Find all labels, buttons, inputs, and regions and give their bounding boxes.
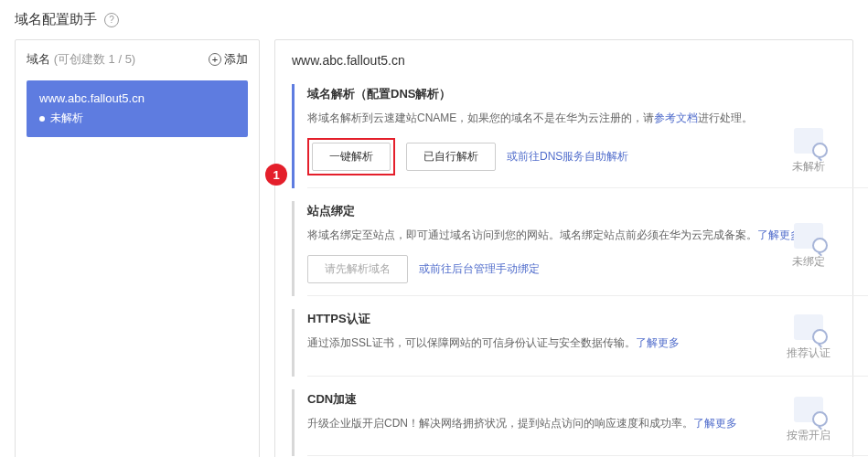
dns-service-link[interactable]: 或前往DNS服务自助解析: [507, 149, 628, 165]
status-block: 按需开启: [781, 397, 836, 443]
section-dns: 域名解析（配置DNS解析） 将域名解析到云速建站CNAME，如果您的域名不是在华…: [292, 84, 836, 188]
main-domain-title: www.abc.fallout5.cn: [292, 53, 836, 68]
sidebar-count: (可创建数 1 / 5): [54, 52, 136, 66]
resolve-first-button: 请先解析域名: [307, 255, 408, 283]
magnifier-icon: [794, 397, 823, 422]
callout-badge: 1: [265, 164, 287, 186]
section-https: HTTPS认证 通过添加SSL证书，可以保障网站的可信身份认证与安全数据传输。了…: [292, 309, 836, 376]
highlight-box: 一键解析: [307, 138, 395, 175]
section-title: CDN加速: [307, 391, 836, 408]
status-block: 未解析: [781, 128, 836, 175]
domain-card[interactable]: www.abc.fallout5.cn 未解析: [27, 80, 248, 137]
main-panel: 1 www.abc.fallout5.cn 域名解析（配置DNS解析） 将域名解…: [274, 39, 853, 457]
domain-card-status: 未解析: [39, 111, 235, 126]
section-title: 站点绑定: [307, 203, 836, 219]
button-row: 请先解析域名 或前往后台管理手动绑定: [307, 255, 836, 283]
one-click-resolve-button[interactable]: 一键解析: [312, 143, 391, 171]
section-cdn: CDN加速 升级企业版开启CDN！解决网络拥挤状况，提到站点访问的响应速度和成功…: [292, 389, 836, 456]
status-text: 推荐认证: [781, 345, 836, 361]
status-block: 推荐认证: [781, 314, 836, 361]
page-title: 域名配置助手: [15, 11, 97, 28]
learn-more-link[interactable]: 了解更多: [636, 336, 680, 349]
plus-icon: +: [209, 53, 221, 66]
sidebar: 域名 (可创建数 1 / 5) + 添加 www.abc.fallout5.cn…: [15, 39, 260, 457]
status-dot-icon: [39, 116, 45, 122]
manual-bind-link[interactable]: 或前往后台管理手动绑定: [419, 261, 540, 277]
doc-link[interactable]: 参考文档: [654, 112, 698, 124]
content-area: 域名 (可创建数 1 / 5) + 添加 www.abc.fallout5.cn…: [0, 39, 868, 457]
section-desc: 升级企业版开启CDN！解决网络拥挤状况，提到站点访问的响应速度和成功率。了解更多: [307, 415, 836, 432]
magnifier-icon: [794, 128, 823, 154]
status-text: 未绑定: [781, 254, 836, 270]
section-desc: 通过添加SSL证书，可以保障网站的可信身份认证与安全数据传输。了解更多: [307, 335, 836, 352]
page-header: 域名配置助手 ?: [0, 0, 868, 39]
section-bind: 站点绑定 将域名绑定至站点，即可通过域名访问到您的网站。域名绑定站点前必须在华为…: [292, 201, 836, 296]
add-domain-button[interactable]: + 添加: [209, 51, 248, 68]
magnifier-icon: [794, 314, 823, 340]
section-desc: 将域名解析到云速建站CNAME，如果您的域名不是在华为云注册的，请参考文档进行处…: [307, 110, 836, 127]
status-text: 按需开启: [781, 428, 836, 443]
section-desc: 将域名绑定至站点，即可通过域名访问到您的网站。域名绑定站点前必须在华为云完成备案…: [307, 227, 836, 244]
section-title: 域名解析（配置DNS解析）: [307, 86, 836, 102]
magnifier-icon: [794, 223, 823, 249]
sidebar-header: 域名 (可创建数 1 / 5) + 添加: [27, 51, 248, 68]
section-title: HTTPS认证: [307, 311, 836, 327]
help-icon[interactable]: ?: [104, 13, 119, 27]
learn-more-link[interactable]: 了解更多: [693, 417, 737, 430]
sidebar-label: 域名: [27, 52, 50, 66]
domain-card-title: www.abc.fallout5.cn: [39, 91, 235, 105]
button-row: 一键解析 已自行解析 或前往DNS服务自助解析: [307, 138, 836, 175]
already-resolved-button[interactable]: 已自行解析: [406, 143, 496, 171]
status-text: 未解析: [781, 159, 836, 175]
status-block: 未绑定: [781, 223, 836, 270]
